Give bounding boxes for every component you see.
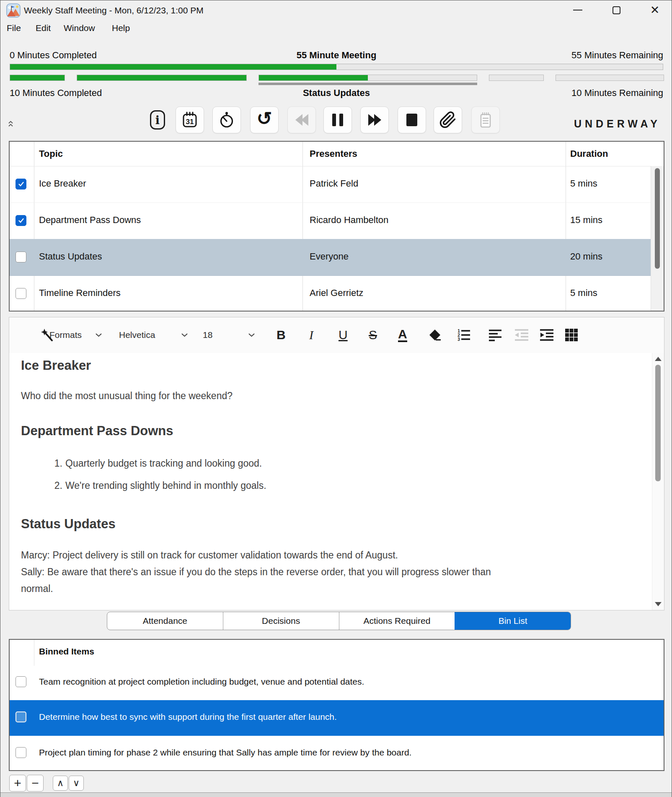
tab-actions-required[interactable]: Actions Required: [339, 612, 455, 630]
active-segment-underline: [258, 83, 477, 85]
bold-button[interactable]: B: [277, 317, 286, 353]
size-chevron-icon[interactable]: [248, 317, 255, 353]
editor-heading: Status Updates: [21, 517, 116, 532]
table-row[interactable]: Ice Breaker Patrick Feld 5 mins: [10, 166, 651, 203]
menu-file[interactable]: File: [7, 21, 21, 35]
bin-item-checkbox[interactable]: [16, 676, 26, 687]
scroll-up-icon[interactable]: [655, 357, 662, 361]
agenda-scrollbar-thumb[interactable]: [655, 168, 660, 269]
font-chevron-icon[interactable]: [181, 317, 188, 353]
agenda-table: Topic Presenters Duration Ice Breaker Pa…: [9, 141, 664, 312]
notes-editor: Formats Helvetica 18 B I U S A: [9, 317, 664, 610]
editor-content[interactable]: Ice Breaker Who did the most unusual thi…: [9, 353, 664, 610]
move-up-button[interactable]: ∧: [53, 776, 68, 791]
maximize-icon: [613, 6, 620, 14]
info-icon[interactable]: i: [150, 110, 165, 130]
add-item-button[interactable]: +: [9, 775, 26, 792]
editor-heading: Ice Breaker: [21, 358, 91, 373]
numbered-list-button[interactable]: 1 2 3: [457, 317, 471, 353]
calendar-button[interactable]: 31: [176, 106, 204, 133]
menu-edit[interactable]: Edit: [36, 21, 51, 35]
editor-list-item: 2.We're trending slightly behind in mont…: [65, 480, 266, 491]
row-checkbox[interactable]: [16, 179, 26, 190]
table-grid-icon: [565, 328, 578, 342]
bin-item-checkbox[interactable]: [16, 711, 26, 722]
overall-progress-labels: 0 Minutes Completed 55 Minute Meeting 55…: [10, 50, 663, 62]
topic-cell: Timeline Reminders: [39, 288, 121, 299]
column-divider: [34, 640, 34, 666]
formats-chevron-icon[interactable]: [95, 317, 102, 353]
tab-bin-list[interactable]: Bin List: [455, 612, 571, 630]
row-checkbox[interactable]: [16, 215, 26, 226]
duration-cell: 5 mins: [570, 288, 597, 299]
progress-segment: [489, 75, 544, 81]
paperclip-icon: [439, 111, 457, 129]
remove-item-button[interactable]: −: [27, 775, 44, 792]
binned-items-header: Binned Items: [39, 646, 94, 657]
row-checkbox[interactable]: [16, 252, 26, 262]
italic-button[interactable]: I: [309, 317, 313, 353]
timer-button[interactable]: [212, 106, 241, 133]
column-header-presenters: Presenters: [310, 148, 357, 159]
text-color-button[interactable]: A: [398, 317, 407, 353]
strikethrough-button[interactable]: S: [369, 317, 377, 353]
tab-decisions[interactable]: Decisions: [223, 612, 339, 630]
current-topic-label: Status Updates: [10, 88, 663, 99]
check-icon: [18, 218, 24, 223]
app-icon: [6, 3, 21, 18]
clear-formatting-button[interactable]: [428, 317, 442, 353]
stop-icon: [406, 114, 417, 126]
overall-progress-fill: [10, 64, 336, 70]
bin-item-row[interactable]: Team recognition at project completion i…: [10, 665, 664, 701]
table-row[interactable]: Department Pass Downs Ricardo Hambelton …: [10, 202, 651, 239]
tab-attendance[interactable]: Attendance: [107, 612, 223, 630]
notes-button[interactable]: [471, 106, 500, 133]
column-header-topic: Topic: [39, 148, 63, 159]
agenda-scrollbar[interactable]: [651, 166, 664, 311]
row-checkbox[interactable]: [16, 288, 26, 299]
bin-item-row[interactable]: Project plan timing for phase 2 while en…: [10, 736, 664, 771]
insert-table-button[interactable]: [565, 317, 578, 353]
menu-bar: File Edit Window Help: [0, 21, 672, 36]
outdent-button[interactable]: [514, 317, 529, 353]
title-bar: Weekly Staff Meeting - Mon, 6/12/23, 1:0…: [0, 0, 672, 21]
duration-cell: 20 mins: [570, 251, 602, 262]
table-row-selected[interactable]: Status Updates Everyone 20 mins: [10, 239, 651, 276]
move-down-button[interactable]: ∨: [69, 776, 84, 791]
minimize-button[interactable]: [562, 0, 594, 20]
svg-text:3: 3: [457, 337, 460, 342]
pause-button[interactable]: [323, 106, 352, 133]
collapse-panel-button[interactable]: [8, 120, 13, 128]
attachment-button[interactable]: [434, 106, 462, 133]
fast-forward-button[interactable]: [360, 106, 389, 133]
stopwatch-icon: [218, 111, 235, 129]
formats-dropdown[interactable]: Formats: [49, 317, 82, 353]
scroll-down-icon[interactable]: [655, 602, 662, 606]
font-family-dropdown[interactable]: Helvetica: [119, 317, 155, 353]
editor-scrollbar[interactable]: [652, 353, 664, 610]
editor-heading: Department Pass Downs: [21, 423, 173, 439]
meeting-length-label: 55 Minute Meeting: [10, 50, 663, 61]
rewind-button[interactable]: [287, 106, 316, 133]
column-header-duration: Duration: [570, 148, 608, 159]
menu-help[interactable]: Help: [112, 21, 130, 35]
check-icon: [18, 181, 24, 187]
font-size-dropdown[interactable]: 18: [203, 317, 212, 353]
binned-items-panel: Binned Items Team recognition at project…: [9, 639, 664, 771]
maximize-button[interactable]: [600, 0, 632, 20]
editor-scrollbar-thumb[interactable]: [655, 365, 661, 481]
indent-button[interactable]: [540, 317, 554, 353]
bin-item-row-selected[interactable]: Determine how best to sync with support …: [10, 700, 664, 736]
bin-item-checkbox[interactable]: [16, 747, 26, 758]
close-button[interactable]: ✕: [639, 0, 671, 20]
align-left-button[interactable]: [488, 317, 502, 353]
reset-timer-button[interactable]: ↺: [250, 106, 279, 133]
align-left-icon: [488, 329, 502, 341]
presenter-cell: Ricardo Hambelton: [310, 215, 388, 226]
stop-button[interactable]: [398, 106, 426, 133]
progress-segment: [556, 75, 664, 81]
underline-button[interactable]: U: [339, 317, 348, 353]
menu-window[interactable]: Window: [64, 21, 95, 35]
editor-paragraph: Marcy: Project delivery is still on trac…: [21, 547, 496, 597]
table-row[interactable]: Timeline Reminders Ariel Gerrietz 5 mins: [10, 275, 651, 312]
